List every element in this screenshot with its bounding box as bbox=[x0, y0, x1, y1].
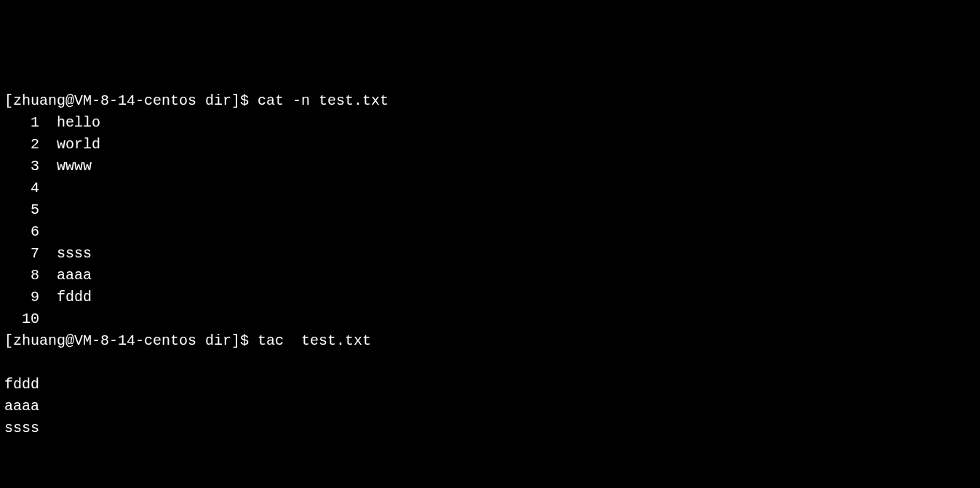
tac-output-line: fddd bbox=[4, 374, 976, 396]
line-content: world bbox=[57, 134, 100, 156]
cat-output: 1hello2world3wwww4567ssss8aaaa9fddd10 bbox=[4, 112, 976, 330]
line-number: 6 bbox=[4, 221, 57, 243]
tac-output-line bbox=[4, 439, 976, 461]
prompt-prefix: [zhuang@VM-8-14-centos dir]$ bbox=[4, 92, 258, 109]
cat-output-line: 8aaaa bbox=[4, 265, 976, 287]
cat-output-line: 9fddd bbox=[4, 287, 976, 308]
line-content: hello bbox=[57, 112, 100, 134]
tac-output-line bbox=[4, 352, 976, 374]
line-number: 10 bbox=[4, 308, 57, 330]
line-number: 4 bbox=[4, 177, 57, 199]
line-number: 2 bbox=[4, 134, 57, 156]
line-content: ssss bbox=[57, 243, 92, 265]
tac-output-line bbox=[4, 483, 976, 488]
command-text: cat -n test.txt bbox=[258, 92, 389, 109]
prompt-line-2: [zhuang@VM-8-14-centos dir]$ tac test.tx… bbox=[4, 330, 976, 352]
tac-output-line: aaaa bbox=[4, 396, 976, 417]
cat-output-line: 5 bbox=[4, 199, 976, 221]
line-number: 7 bbox=[4, 243, 57, 265]
prompt-line-1: [zhuang@VM-8-14-centos dir]$ cat -n test… bbox=[4, 90, 976, 112]
cat-output-line: 4 bbox=[4, 177, 976, 199]
line-number: 8 bbox=[4, 265, 57, 287]
tac-output: fdddaaaasssswwwwworldhello bbox=[4, 352, 976, 488]
tac-output-line bbox=[4, 461, 976, 483]
line-number: 5 bbox=[4, 199, 57, 221]
cat-output-line: 7ssss bbox=[4, 243, 976, 265]
line-content: wwww bbox=[57, 156, 92, 177]
prompt-prefix: [zhuang@VM-8-14-centos dir]$ bbox=[4, 332, 258, 349]
tac-output-line: ssss bbox=[4, 417, 976, 439]
terminal[interactable]: [zhuang@VM-8-14-centos dir]$ cat -n test… bbox=[4, 90, 976, 488]
cat-output-line: 3wwww bbox=[4, 156, 976, 177]
cat-output-line: 1hello bbox=[4, 112, 976, 134]
cat-output-line: 10 bbox=[4, 308, 976, 330]
cat-output-line: 6 bbox=[4, 221, 976, 243]
line-content: fddd bbox=[57, 287, 92, 308]
line-number: 9 bbox=[4, 287, 57, 308]
command-text: tac test.txt bbox=[258, 332, 371, 349]
line-content: aaaa bbox=[57, 265, 92, 287]
line-number: 3 bbox=[4, 156, 57, 177]
line-number: 1 bbox=[4, 112, 57, 134]
cat-output-line: 2world bbox=[4, 134, 976, 156]
